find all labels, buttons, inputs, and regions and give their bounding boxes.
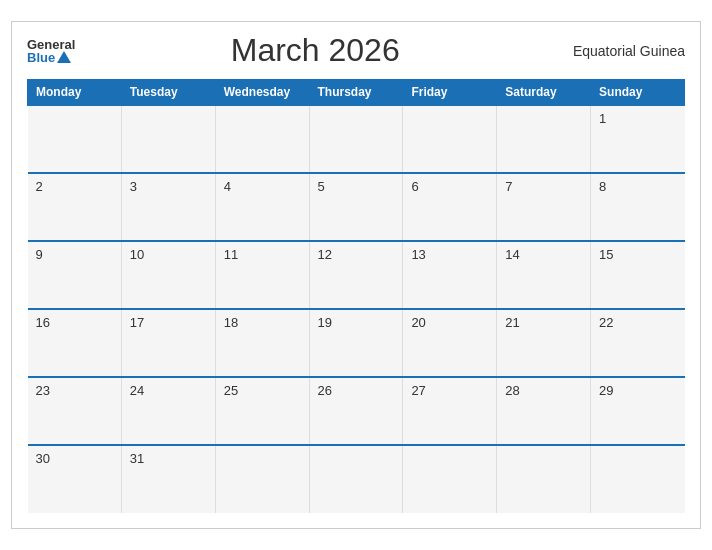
calendar-cell: 7 bbox=[497, 173, 591, 241]
calendar-cell bbox=[403, 105, 497, 173]
day-number: 2 bbox=[36, 179, 43, 194]
calendar-cell: 22 bbox=[591, 309, 685, 377]
calendar-cell: 23 bbox=[28, 377, 122, 445]
day-number: 20 bbox=[411, 315, 425, 330]
calendar-cell: 20 bbox=[403, 309, 497, 377]
calendar-cell: 3 bbox=[121, 173, 215, 241]
day-number: 31 bbox=[130, 451, 144, 466]
calendar: General Blue March 2026 Equatorial Guine… bbox=[11, 21, 701, 529]
weekday-header-thursday: Thursday bbox=[309, 80, 403, 106]
calendar-header: General Blue March 2026 Equatorial Guine… bbox=[27, 32, 685, 69]
calendar-cell: 29 bbox=[591, 377, 685, 445]
calendar-cell bbox=[497, 105, 591, 173]
weekday-header-tuesday: Tuesday bbox=[121, 80, 215, 106]
day-number: 5 bbox=[318, 179, 325, 194]
calendar-cell bbox=[309, 445, 403, 513]
weekday-header-monday: Monday bbox=[28, 80, 122, 106]
logo: General Blue bbox=[27, 38, 75, 64]
weekday-header-sunday: Sunday bbox=[591, 80, 685, 106]
calendar-cell: 11 bbox=[215, 241, 309, 309]
weekday-header-row: MondayTuesdayWednesdayThursdayFridaySatu… bbox=[28, 80, 685, 106]
calendar-cell: 14 bbox=[497, 241, 591, 309]
day-number: 9 bbox=[36, 247, 43, 262]
calendar-cell bbox=[591, 445, 685, 513]
day-number: 30 bbox=[36, 451, 50, 466]
day-number: 16 bbox=[36, 315, 50, 330]
calendar-cell: 4 bbox=[215, 173, 309, 241]
weekday-header-friday: Friday bbox=[403, 80, 497, 106]
calendar-cell: 27 bbox=[403, 377, 497, 445]
day-number: 12 bbox=[318, 247, 332, 262]
day-number: 25 bbox=[224, 383, 238, 398]
calendar-cell: 24 bbox=[121, 377, 215, 445]
calendar-country: Equatorial Guinea bbox=[555, 43, 685, 59]
calendar-cell: 19 bbox=[309, 309, 403, 377]
calendar-cell bbox=[497, 445, 591, 513]
day-number: 11 bbox=[224, 247, 238, 262]
day-number: 26 bbox=[318, 383, 332, 398]
calendar-week-row: 16171819202122 bbox=[28, 309, 685, 377]
calendar-cell: 15 bbox=[591, 241, 685, 309]
calendar-week-row: 2345678 bbox=[28, 173, 685, 241]
calendar-cell: 17 bbox=[121, 309, 215, 377]
calendar-cell: 2 bbox=[28, 173, 122, 241]
weekday-header-saturday: Saturday bbox=[497, 80, 591, 106]
day-number: 4 bbox=[224, 179, 231, 194]
calendar-cell: 31 bbox=[121, 445, 215, 513]
day-number: 23 bbox=[36, 383, 50, 398]
calendar-week-row: 23242526272829 bbox=[28, 377, 685, 445]
calendar-cell: 12 bbox=[309, 241, 403, 309]
calendar-cell bbox=[215, 105, 309, 173]
day-number: 17 bbox=[130, 315, 144, 330]
calendar-cell bbox=[215, 445, 309, 513]
day-number: 22 bbox=[599, 315, 613, 330]
calendar-cell: 18 bbox=[215, 309, 309, 377]
calendar-cell: 9 bbox=[28, 241, 122, 309]
day-number: 13 bbox=[411, 247, 425, 262]
weekday-header-wednesday: Wednesday bbox=[215, 80, 309, 106]
calendar-cell: 6 bbox=[403, 173, 497, 241]
day-number: 1 bbox=[599, 111, 606, 126]
logo-triangle-icon bbox=[57, 51, 71, 63]
calendar-week-row: 1 bbox=[28, 105, 685, 173]
calendar-cell: 10 bbox=[121, 241, 215, 309]
calendar-title: March 2026 bbox=[75, 32, 555, 69]
calendar-cell: 8 bbox=[591, 173, 685, 241]
day-number: 3 bbox=[130, 179, 137, 194]
day-number: 21 bbox=[505, 315, 519, 330]
logo-blue-text: Blue bbox=[27, 51, 71, 64]
day-number: 10 bbox=[130, 247, 144, 262]
calendar-cell: 1 bbox=[591, 105, 685, 173]
calendar-cell bbox=[28, 105, 122, 173]
day-number: 18 bbox=[224, 315, 238, 330]
day-number: 6 bbox=[411, 179, 418, 194]
calendar-cell: 13 bbox=[403, 241, 497, 309]
day-number: 27 bbox=[411, 383, 425, 398]
day-number: 28 bbox=[505, 383, 519, 398]
day-number: 7 bbox=[505, 179, 512, 194]
calendar-cell bbox=[121, 105, 215, 173]
day-number: 8 bbox=[599, 179, 606, 194]
logo-general-text: General bbox=[27, 38, 75, 51]
calendar-cell: 26 bbox=[309, 377, 403, 445]
calendar-cell: 28 bbox=[497, 377, 591, 445]
calendar-cell bbox=[403, 445, 497, 513]
day-number: 24 bbox=[130, 383, 144, 398]
calendar-table: MondayTuesdayWednesdayThursdayFridaySatu… bbox=[27, 79, 685, 513]
day-number: 15 bbox=[599, 247, 613, 262]
day-number: 19 bbox=[318, 315, 332, 330]
calendar-cell: 25 bbox=[215, 377, 309, 445]
calendar-cell: 30 bbox=[28, 445, 122, 513]
calendar-cell: 5 bbox=[309, 173, 403, 241]
calendar-cell: 16 bbox=[28, 309, 122, 377]
calendar-week-row: 3031 bbox=[28, 445, 685, 513]
day-number: 14 bbox=[505, 247, 519, 262]
day-number: 29 bbox=[599, 383, 613, 398]
calendar-week-row: 9101112131415 bbox=[28, 241, 685, 309]
calendar-cell: 21 bbox=[497, 309, 591, 377]
calendar-cell bbox=[309, 105, 403, 173]
